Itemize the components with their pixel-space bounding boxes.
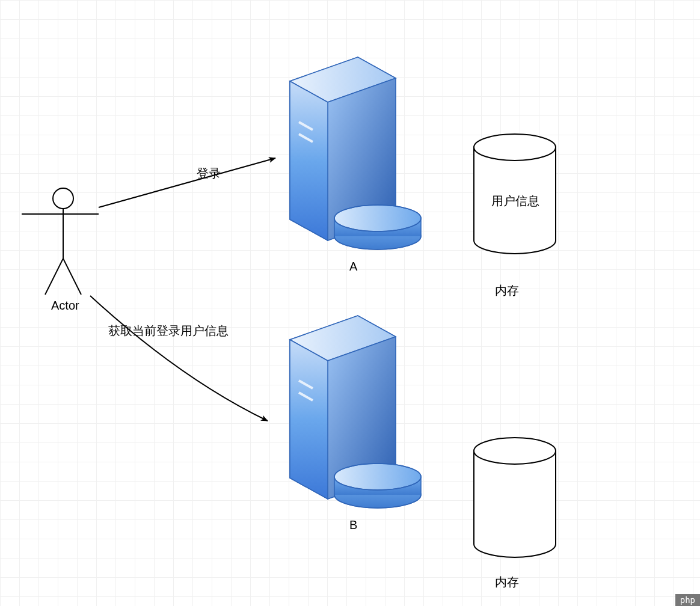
actor-label: Actor xyxy=(51,299,79,313)
svg-marker-18 xyxy=(290,340,328,499)
svg-line-4 xyxy=(63,259,81,295)
watermark: php xyxy=(675,594,700,606)
svg-point-25 xyxy=(474,134,556,161)
svg-marker-8 xyxy=(290,81,328,240)
arrow-login xyxy=(99,158,275,207)
cylinder-bottom xyxy=(474,438,556,557)
arrow-getuser-label: 获取当前登录用户信息 xyxy=(108,323,229,339)
actor-figure xyxy=(22,188,99,295)
diagram-canvas: Actor 登录 获取当前登录用户信息 A B 用户信息 内存 内存 php xyxy=(0,0,700,606)
svg-point-0 xyxy=(53,188,73,209)
arrow-login-label: 登录 xyxy=(197,165,221,182)
server-b-icon xyxy=(290,316,421,508)
server-a-icon xyxy=(290,57,421,249)
cylinder-top-caption: 内存 xyxy=(495,283,519,299)
diagram-svg xyxy=(0,0,700,606)
svg-line-3 xyxy=(45,259,63,295)
arrow-get-user xyxy=(90,296,268,421)
server-a-label: A xyxy=(349,260,357,274)
cylinder-bottom-caption: 内存 xyxy=(495,574,519,590)
svg-point-26 xyxy=(474,438,556,464)
server-b-label: B xyxy=(349,518,357,532)
cylinder-top-content: 用户信息 xyxy=(491,193,539,209)
